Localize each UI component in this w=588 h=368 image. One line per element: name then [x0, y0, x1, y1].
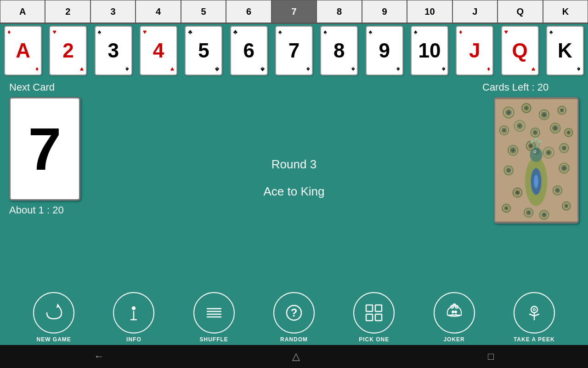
info-button[interactable]: INFO: [113, 292, 154, 343]
next-card-display: 7: [9, 97, 80, 201]
card-suit-bottom: ♥: [531, 66, 535, 73]
joker-circle: [434, 292, 475, 334]
card-row: ♦A♦♥2♥♠3♠♥4♥♣5♣♣6♣♠7♠♠8♠♠9♠♠10♠♦J♦♥Q♥♠K♠: [0, 24, 588, 77]
svg-point-18: [518, 125, 521, 127]
svg-rect-88: [366, 314, 373, 321]
card-slot[interactable]: ♣6♣: [227, 26, 271, 75]
ace-to-king-label: Ace to King: [264, 184, 325, 199]
playing-card: ♠K♠: [546, 26, 584, 75]
col-header-a[interactable]: A: [0, 0, 45, 23]
take-a-peek-circle: [514, 292, 555, 334]
info-circle: [113, 292, 154, 334]
playing-card: ♠3♠: [95, 26, 132, 75]
card-suit-top: ♥: [143, 28, 147, 35]
svg-point-36: [547, 151, 550, 154]
playing-card: ♦A♦: [4, 26, 42, 75]
info-label: INFO: [126, 336, 141, 343]
svg-point-76: [543, 214, 545, 216]
card-value: A: [16, 40, 30, 61]
svg-rect-86: [366, 305, 373, 311]
round-label: Round 3: [271, 157, 317, 172]
card-slot[interactable]: ♠7♠: [272, 26, 316, 75]
col-header-9[interactable]: 9: [362, 0, 407, 23]
svg-point-33: [530, 145, 532, 147]
card-suit-top: ♦: [459, 28, 462, 35]
col-header-q[interactable]: Q: [498, 0, 543, 23]
svg-point-93: [452, 311, 454, 313]
card-suit-bottom: ♦: [487, 66, 490, 73]
take-a-peek-label: TAKE A PEEK: [514, 336, 555, 343]
col-header-j[interactable]: J: [452, 0, 498, 23]
card-slot[interactable]: ♥Q♥: [498, 26, 542, 75]
home-nav-icon[interactable]: △: [292, 351, 300, 362]
pick-one-button[interactable]: PICK ONE: [353, 292, 395, 343]
shuffle-button[interactable]: SHUFFLE: [193, 292, 235, 343]
col-header-5[interactable]: 5: [181, 0, 226, 23]
playing-card: ♠10♠: [411, 26, 448, 75]
card-suit-bottom: ♣: [260, 66, 265, 73]
playing-card: ♥4♥: [140, 26, 177, 75]
shuffle-circle: [193, 292, 235, 334]
card-slot[interactable]: ♠3♠: [91, 26, 136, 75]
back-nav-icon[interactable]: ←: [94, 351, 104, 362]
card-value: 10: [418, 40, 441, 61]
col-header-3[interactable]: 3: [90, 0, 136, 23]
card-slot[interactable]: ♥2♥: [46, 26, 90, 75]
playing-card: ♠9♠: [366, 26, 403, 75]
card-suit-bottom: ♠: [577, 66, 580, 73]
svg-point-67: [505, 207, 507, 209]
card-suit-bottom: ♥: [80, 66, 84, 73]
svg-text:?: ?: [291, 306, 298, 319]
svg-point-64: [556, 189, 559, 191]
svg-point-70: [565, 205, 567, 207]
playing-card: ♣6♣: [230, 26, 268, 75]
col-header-10[interactable]: 10: [407, 0, 452, 23]
col-header-k[interactable]: K: [543, 0, 588, 23]
playing-card: ♠8♠: [320, 26, 358, 75]
col-header-8[interactable]: 8: [317, 0, 362, 23]
card-slot[interactable]: ♣5♣: [181, 26, 226, 75]
card-slot[interactable]: ♠8♠: [317, 26, 361, 75]
new-game-button[interactable]: NEW GAME: [33, 292, 74, 343]
joker-label: JOKER: [443, 336, 464, 343]
svg-point-97: [533, 309, 535, 310]
svg-point-12: [561, 109, 563, 111]
card-value: 2: [62, 40, 74, 61]
card-suit-top: ♣: [233, 28, 237, 35]
card-slot[interactable]: ♦A♦: [1, 26, 45, 75]
card-slot[interactable]: ♥4♥: [136, 26, 181, 75]
card-slot[interactable]: ♠9♠: [362, 26, 407, 75]
new-game-label: NEW GAME: [36, 336, 71, 343]
card-suit-top: ♥: [52, 28, 56, 35]
col-header-4[interactable]: 4: [136, 0, 181, 23]
card-slot[interactable]: ♠K♠: [543, 26, 587, 75]
card-suit-top: ♦: [7, 28, 11, 35]
card-slot[interactable]: ♦J♦: [452, 26, 497, 75]
card-suit-top: ♣: [188, 28, 192, 35]
joker-button[interactable]: JOKER: [434, 292, 475, 343]
svg-point-9: [543, 113, 546, 116]
card-suit-top: ♠: [323, 28, 327, 35]
card-value: K: [558, 40, 572, 61]
about-label: About 1 : 20: [9, 204, 110, 216]
card-value: 4: [153, 40, 164, 61]
col-header-7[interactable]: 7: [271, 0, 317, 23]
card-suit-bottom: ♠: [125, 66, 129, 73]
card-suit-top: ♠: [278, 28, 282, 35]
playing-card: ♥Q♥: [501, 26, 539, 75]
take-a-peek-button[interactable]: TAKE A PEEK: [514, 292, 555, 343]
svg-point-39: [563, 147, 565, 149]
center-panel: Round 3 Ace to King: [110, 81, 478, 256]
bottom-bar: NEW GAME INFO SHUFFLE ?: [0, 290, 588, 345]
svg-point-30: [512, 149, 514, 152]
svg-point-61: [516, 191, 519, 194]
svg-point-73: [527, 212, 530, 214]
recents-nav-icon[interactable]: □: [488, 351, 494, 362]
svg-point-50: [539, 140, 542, 143]
col-header-6[interactable]: 6: [226, 0, 271, 23]
random-button[interactable]: ? RANDOM: [273, 292, 315, 343]
card-suit-bottom: ♥: [170, 66, 174, 73]
col-header-2[interactable]: 2: [45, 0, 90, 23]
card-slot[interactable]: ♠10♠: [407, 26, 452, 75]
playing-card: ♦J♦: [456, 26, 493, 75]
